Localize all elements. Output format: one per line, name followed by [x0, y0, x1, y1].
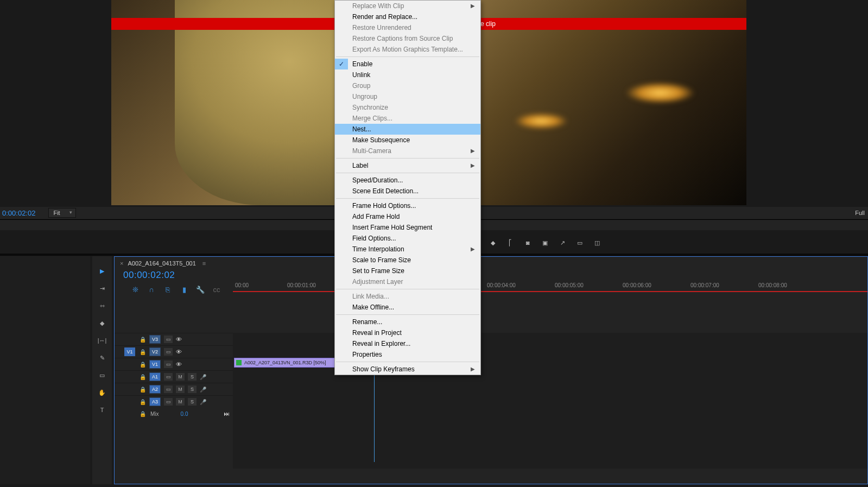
eye-icon[interactable]: 👁 [176, 336, 182, 343]
track-a3[interactable]: 🔒 A3 ▭ M S 🎤 [115, 395, 233, 408]
razor-tool[interactable]: ◆ [96, 317, 108, 329]
ripple-edit-tool[interactable]: ⇿ [96, 300, 108, 312]
menu-item-unlink[interactable]: Unlink [335, 69, 480, 80]
menu-item-render-and-replace[interactable]: Render and Replace... [335, 11, 480, 22]
lift-icon[interactable]: ▭ [575, 238, 584, 247]
resolution-dropdown[interactable]: Full [855, 210, 865, 216]
snap-icon[interactable]: ❊ [131, 285, 140, 294]
selection-tool[interactable]: ▶ [96, 265, 108, 277]
overwrite-icon[interactable]: ▣ [541, 238, 549, 247]
lock-icon[interactable]: 🔒 [140, 374, 146, 380]
export-icon[interactable]: ↗ [558, 238, 567, 247]
fx-badge-icon[interactable] [236, 360, 242, 365]
menu-separator [336, 289, 479, 289]
skip-end-icon[interactable]: ⏭ [224, 410, 230, 417]
lock-icon[interactable]: 🔒 [140, 387, 146, 393]
lock-icon[interactable]: 🔒 [140, 362, 146, 368]
menu-item-add-frame-hold[interactable]: Add Frame Hold [335, 211, 480, 222]
track-v2[interactable]: V1 🔒 V2 ▭ 👁 [115, 345, 233, 358]
ruler-label: 00:00:05:00 [555, 282, 584, 288]
track-toggle[interactable]: ▭ [164, 336, 173, 343]
menu-separator [336, 56, 479, 57]
linked-selection-icon[interactable]: ⎘ [163, 285, 172, 294]
mute-button[interactable]: M [176, 385, 185, 393]
close-tab-icon[interactable]: × [120, 260, 123, 267]
mark-in-icon[interactable]: ⎡ [506, 238, 515, 247]
track-label[interactable]: A3 [149, 397, 161, 406]
menu-item-time-interpolation[interactable]: Time Interpolation▶ [335, 244, 480, 255]
menu-item-rename[interactable]: Rename... [335, 317, 480, 327]
menu-item-frame-hold-options[interactable]: Frame Hold Options... [335, 200, 480, 211]
program-timecode[interactable]: 0:00:02:02 [2, 209, 35, 217]
lock-icon[interactable]: 🔒 [140, 337, 146, 343]
marker-icon[interactable]: ▮ [180, 285, 188, 294]
add-marker-icon[interactable]: ◆ [489, 238, 497, 247]
menu-item-show-clip-keyframes[interactable]: Show Clip Keyframes▶ [335, 364, 480, 375]
track-headers: 🔒 V3 ▭ 👁 V1 🔒 V2 ▭ 👁 🔒 V1 ▭ 👁 🔒 A1 [115, 333, 233, 469]
track-label[interactable]: V3 [149, 335, 161, 344]
type-tool[interactable]: T [96, 404, 108, 416]
menu-item-reveal-in-project[interactable]: Reveal in Project [335, 327, 480, 338]
track-label[interactable]: A1 [149, 372, 161, 381]
track-a2[interactable]: 🔒 A2 ▭ M S 🎤 [115, 383, 233, 395]
mic-icon[interactable]: 🎤 [200, 374, 206, 380]
source-v1-tag[interactable]: V1 [124, 347, 135, 356]
eye-icon[interactable]: 👁 [176, 361, 182, 368]
settings-icon[interactable]: 🔧 [196, 285, 205, 294]
solo-button[interactable]: S [188, 373, 197, 381]
menu-item-properties[interactable]: Properties [335, 349, 480, 360]
lock-icon[interactable]: 🔒 [140, 399, 146, 405]
pen-tool[interactable]: ✎ [96, 352, 108, 364]
mic-icon[interactable]: 🎤 [200, 387, 206, 393]
track-label[interactable]: V2 [149, 347, 161, 356]
eye-icon[interactable]: 👁 [176, 349, 182, 355]
menu-item-field-options[interactable]: Field Options... [335, 233, 480, 244]
menu-item-enable[interactable]: Enable✓ [335, 59, 480, 69]
submenu-arrow-icon: ▶ [471, 146, 475, 156]
mic-icon[interactable]: 🎤 [200, 399, 206, 405]
timeline-content[interactable] [233, 333, 867, 469]
magnet-icon[interactable]: ∩ [147, 285, 156, 294]
track-toggle[interactable]: ▭ [164, 348, 173, 356]
timeline-timecode[interactable]: 00:00:02:02 [123, 270, 867, 281]
mute-button[interactable]: M [176, 373, 185, 381]
menu-item-make-offline[interactable]: Make Offline... [335, 302, 480, 313]
hand-tool[interactable]: ✋ [96, 387, 108, 399]
solo-button[interactable]: S [188, 398, 197, 406]
track-v1[interactable]: 🔒 V1 ▭ 👁 [115, 358, 233, 370]
menu-item-insert-frame-hold-segment[interactable]: Insert Frame Hold Segment [335, 222, 480, 233]
track-select-tool[interactable]: ⇥ [96, 282, 108, 294]
track-v3[interactable]: 🔒 V3 ▭ 👁 [115, 333, 233, 345]
track-a1[interactable]: 🔒 A1 ▭ M S 🎤 [115, 370, 233, 383]
track-toggle[interactable]: ▭ [164, 398, 173, 406]
lock-icon[interactable]: 🔒 [140, 411, 146, 417]
ruler-label: 00:00:08:00 [758, 282, 787, 288]
menu-item-scene-edit-detection[interactable]: Scene Edit Detection... [335, 186, 480, 197]
tab-menu-icon[interactable]: ≡ [202, 260, 206, 267]
camera-icon[interactable]: ◙ [523, 238, 532, 247]
solo-button[interactable]: S [188, 385, 197, 393]
menu-item-make-subsequence[interactable]: Make Subsequence [335, 135, 480, 146]
mute-button[interactable]: M [176, 398, 185, 406]
rectangle-tool[interactable]: ▭ [96, 369, 108, 381]
track-toggle[interactable]: ▭ [164, 360, 173, 368]
menu-item-reveal-in-explorer[interactable]: Reveal in Explorer... [335, 338, 480, 349]
track-label[interactable]: A2 [149, 385, 161, 394]
menu-item-set-to-frame-size[interactable]: Set to Frame Size [335, 265, 480, 276]
menu-item-label[interactable]: Label▶ [335, 160, 480, 171]
menu-item-nest[interactable]: Nest... [335, 124, 480, 135]
menu-item-speed-duration[interactable]: Speed/Duration... [335, 175, 480, 186]
track-toggle[interactable]: ▭ [164, 373, 173, 381]
track-toggle[interactable]: ▭ [164, 385, 173, 393]
track-label[interactable]: V1 [149, 360, 161, 369]
menu-item-scale-to-frame-size[interactable]: Scale to Frame Size [335, 255, 480, 265]
time-ruler[interactable]: 00:00 00:00:01:00 00:00:04:00 00:00:05:0… [233, 282, 867, 294]
sequence-tab[interactable]: × A002_A164_0413T5_001 ≡ [115, 257, 867, 267]
zoom-fit-dropdown[interactable]: Fit [48, 208, 75, 218]
mix-track[interactable]: 🔒 Mix 0.0 ⏭ [115, 408, 233, 420]
mix-value[interactable]: 0.0 [181, 411, 188, 417]
slip-tool[interactable]: |↔| [96, 334, 108, 346]
cc-icon[interactable]: cc [212, 285, 221, 294]
compare-icon[interactable]: ◫ [593, 238, 601, 247]
lock-icon[interactable]: 🔒 [140, 349, 146, 355]
